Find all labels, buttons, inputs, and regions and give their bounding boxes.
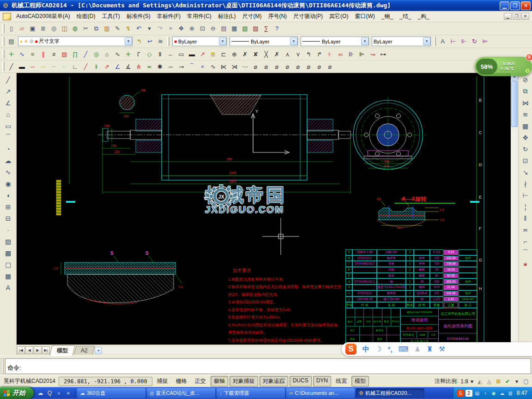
toolbar-button[interactable]: ⇗ — [102, 61, 112, 72]
menu-item[interactable]: 尺寸驱动(P) — [290, 11, 326, 22]
toolbar-button[interactable]: ≣ — [208, 49, 218, 60]
toolbar-button[interactable]: ↱ — [314, 49, 325, 60]
toolbar-button[interactable]: ⊪ — [346, 49, 357, 60]
toolbar-button[interactable]: ⋎ — [293, 49, 303, 60]
sogou-bar-icon[interactable]: ☽ — [375, 345, 381, 353]
toolbar-button[interactable]: ∑ — [261, 23, 272, 34]
quick-launch-icon[interactable]: Q — [46, 389, 54, 397]
toolbar-button[interactable]: ▤ — [218, 23, 229, 34]
menu-item[interactable]: _钢_ — [378, 11, 396, 22]
style-tool-button[interactable]: ⊩ — [459, 36, 469, 47]
status-icon[interactable]: ⊠ — [494, 378, 502, 385]
toolbar-button[interactable]: ↝ — [367, 49, 378, 60]
draw-tool-button[interactable]: ▭ — [2, 120, 14, 132]
layer-tool-button[interactable]: ≋ — [155, 36, 166, 47]
status-toggle-button[interactable]: 正交 — [192, 376, 209, 387]
toolbar-button[interactable]: ▨ — [250, 23, 261, 34]
menu-item[interactable]: 标注(L) — [215, 11, 239, 22]
status-toggle-button[interactable]: 栅格 — [173, 376, 190, 387]
draw-tool-button[interactable]: ▩ — [2, 247, 14, 259]
draw-tool-button[interactable]: ∿ — [2, 166, 14, 178]
quick-launch-icon[interactable]: ☁ — [36, 389, 44, 397]
toolbar-button[interactable]: ▧ — [240, 23, 250, 34]
annotation-scale-value[interactable]: 1:8 — [460, 378, 468, 385]
status-icon[interactable]: ▢ — [522, 378, 530, 385]
toolbar-button[interactable]: ─ — [27, 61, 38, 72]
toolbar-button[interactable]: ∡ — [123, 61, 133, 72]
modify-tool-button[interactable]: ≋ — [520, 109, 531, 120]
draw-tool-button[interactable]: · — [2, 224, 14, 236]
lineweight-combo-arrow[interactable]: ▾ — [361, 37, 369, 45]
modify-tool-button[interactable]: ⊡ — [520, 155, 531, 166]
toolbar-button[interactable]: ▥ — [102, 23, 112, 34]
layer-tool-button[interactable]: ↰ — [134, 36, 145, 47]
toolbar-button[interactable]: ✎ — [112, 23, 123, 34]
draw-tool-button[interactable]: ◔ — [2, 143, 14, 155]
style-tool-button[interactable]: A — [437, 36, 448, 47]
modify-tool-button[interactable]: ⋈ — [520, 97, 531, 109]
tab-nav-last[interactable]: ▶| — [42, 346, 50, 354]
draw-tool-button[interactable]: ⊞ — [2, 201, 14, 212]
toolbar-button[interactable]: ╳ — [261, 49, 272, 60]
toolbar-button[interactable]: ⋉ — [218, 61, 229, 72]
toolbar-button[interactable]: ✂ — [80, 23, 91, 34]
menu-item[interactable]: 工具(T) — [98, 11, 123, 22]
toolbar-button[interactable]: ⌀ — [261, 61, 272, 72]
toolbar-button[interactable]: ⌀ — [314, 61, 325, 72]
toolbar-button[interactable]: ▯ — [6, 23, 17, 34]
close-button[interactable]: ✕ — [521, 1, 531, 10]
toolbar-button[interactable]: ⊶ — [378, 49, 388, 60]
toolbar-button[interactable]: ┄ — [48, 61, 59, 72]
sogou-logo-icon[interactable]: S — [345, 344, 357, 355]
toolbar-button[interactable]: ↷ — [155, 23, 165, 34]
toolbar-button[interactable]: Γ — [133, 49, 144, 60]
minimize-button[interactable]: ▁ — [500, 1, 509, 10]
toolbar-button[interactable]: ╱ — [80, 61, 91, 72]
task-button[interactable]: ☁ 360云盘 — [77, 388, 145, 398]
toolbar-button[interactable]: ≣ — [38, 23, 48, 34]
toolbar-button[interactable]: ▾ — [165, 23, 176, 34]
toolbar-button[interactable]: ⊕ — [229, 49, 240, 60]
toolbar-button[interactable]: ⊖ — [208, 23, 218, 34]
modify-tool-button[interactable]: ‖ — [520, 212, 531, 224]
toolbar-button[interactable]: ≖ — [144, 61, 155, 72]
toolbar-button[interactable]: ⌀ — [303, 61, 314, 72]
mdi-minimize-button[interactable]: ▁ — [504, 13, 512, 20]
toolbar-button[interactable]: ⧉ — [91, 23, 102, 34]
start-button[interactable]: 开始 — [0, 387, 34, 399]
layer-properties-button[interactable]: ▤ — [6, 36, 17, 47]
modify-tool-button[interactable]: ✥ — [520, 132, 531, 143]
tab-model[interactable]: 模型 — [49, 345, 75, 356]
toolbar-button[interactable]: ‖ — [91, 61, 102, 72]
menu-item[interactable]: _结_ — [396, 11, 414, 22]
toolbar-button[interactable]: ✘ — [250, 49, 261, 60]
status-icon[interactable]: ▾ — [513, 378, 521, 385]
toolbar-button[interactable]: ∞ — [335, 49, 346, 60]
modify-tool-button[interactable]: ✶ — [520, 259, 531, 270]
toolbar-button[interactable]: ▾ — [144, 23, 155, 34]
toolbar-button[interactable]: ⋯ — [240, 61, 250, 72]
toolbar-button[interactable]: ╱ — [80, 49, 91, 60]
toolbar-button[interactable]: ∿ — [208, 61, 218, 72]
status-toggle-button[interactable]: 捕捉 — [154, 376, 171, 387]
toolbar-button[interactable]: ◎ — [91, 49, 102, 60]
toolbar-button[interactable]: ⊕ — [187, 23, 197, 34]
sogou-bar-icon[interactable]: 中 — [363, 345, 369, 354]
tab-layout-a2[interactable]: A2 — [74, 346, 95, 355]
status-toggle-button[interactable]: 极轴 — [211, 376, 228, 387]
task-button[interactable]: ↓ 下载管理器 — [217, 388, 285, 398]
toolbar-button[interactable]: ⚬ — [197, 61, 208, 72]
modify-tool-button[interactable]: ∤ — [520, 178, 531, 189]
mdi-restore-button[interactable]: ❐ — [513, 13, 520, 20]
toolbar-button[interactable]: ✥ — [176, 23, 187, 34]
layer-combo-arrow[interactable]: ▾ — [125, 37, 132, 45]
layer-combo[interactable]: ● ☀ ⊘ ■ 尺寸文字 ▾ — [18, 36, 133, 46]
plotstyle-combo-arrow[interactable]: ▾ — [423, 37, 430, 45]
draw-tool-button[interactable]: A — [2, 282, 14, 293]
vertical-scrollbar[interactable]: ▲ ▼ — [511, 73, 518, 356]
toolbar-button[interactable]: ⌂ — [102, 49, 112, 60]
toolbar-grip[interactable] — [2, 24, 5, 33]
modify-tool-button[interactable]: ≍ — [520, 224, 531, 236]
draw-tool-button[interactable]: ☁ — [2, 155, 14, 166]
menu-item[interactable]: 序号(N) — [265, 11, 290, 22]
